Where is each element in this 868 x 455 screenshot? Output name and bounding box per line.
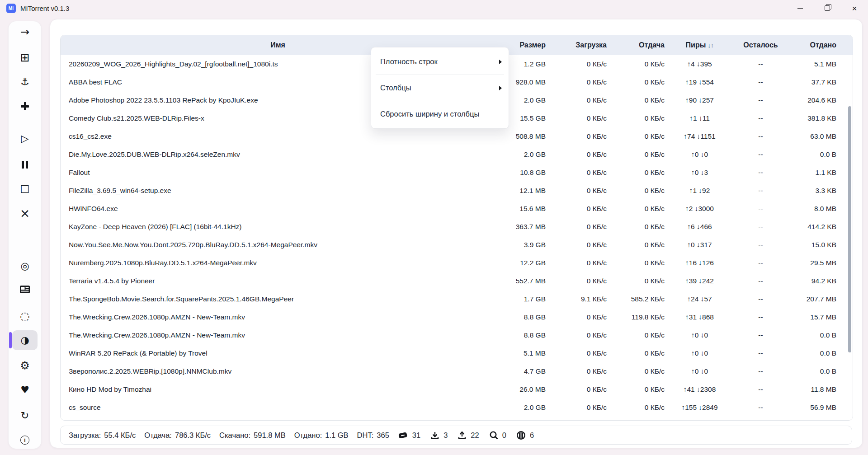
counter-value: 31 [412, 431, 420, 440]
cell-up: 0 КБ/с [607, 403, 665, 412]
status-label: Отдано: [294, 431, 322, 440]
cell-up: 0 КБ/с [607, 223, 665, 231]
cell-left: -- [735, 259, 787, 267]
cell-up: 0 КБ/с [607, 259, 665, 267]
status-stat-1: Отдача:786.3 КБ/с [144, 431, 211, 440]
column-header-down[interactable]: Загрузка [546, 41, 607, 49]
sidebar-item-news[interactable] [12, 281, 38, 300]
sidebar-item-theme-contrast[interactable]: ◑ [12, 330, 38, 350]
sidebar-item-target[interactable]: ◎ [12, 256, 38, 276]
cell-peers: ↑31 ↓868 [665, 313, 735, 321]
app-logo-icon: MI [6, 4, 16, 13]
cell-down: 9.1 КБ/с [546, 295, 607, 303]
sidebar-item-heart[interactable]: ♥ [12, 380, 38, 400]
cell-up: 0 КБ/с [607, 60, 665, 68]
cell-peers: ↑1 ↓11 [665, 114, 735, 122]
status-value: 1.1 GB [325, 431, 348, 440]
cell-size: 4.7 GB [487, 367, 546, 375]
settings-icon: ⚙ [20, 360, 30, 371]
cell-down: 0 КБ/с [546, 277, 607, 285]
minimize-button[interactable] [787, 0, 814, 16]
table-row[interactable]: The.Wrecking.Crew.2026.1080p.AMZN - New-… [61, 326, 853, 344]
restore-button[interactable] [814, 0, 841, 16]
cell-down: 0 КБ/с [546, 241, 607, 249]
cell-size: 3.9 GB [487, 241, 546, 249]
table-row[interactable]: Fallout10.8 GB0 КБ/с0 КБ/с↑0 ↓3--1.1 KB [61, 164, 853, 182]
cell-size: 8.8 GB [487, 331, 546, 339]
cell-name: Nuremberg.2025.1080p.BluRay.DD.5.1.x264-… [69, 259, 487, 267]
counter-value: 3 [443, 431, 448, 440]
cell-up: 0 КБ/с [607, 114, 665, 122]
table-row[interactable]: The.SpongeBob.Movie.Search.for.SquarePan… [61, 290, 853, 308]
cell-done: 204.6 KB [787, 96, 836, 104]
news-icon [19, 285, 30, 296]
cell-down: 0 КБ/с [546, 78, 607, 86]
status-stat-4: DHT:365 [357, 431, 389, 440]
minimize-icon [797, 8, 803, 9]
refresh-icon: ↻ [21, 411, 29, 421]
table-row[interactable]: HWiNFO64.exe15.6 MB0 КБ/с0 КБ/с↑2 ↓3000-… [61, 200, 853, 218]
table-row[interactable]: Кино HD Mod by Timozhai26.0 MB0 КБ/с0 КБ… [61, 380, 853, 399]
table-row[interactable]: KayZone - Deep Heaven (2026) [FLAC] (16b… [61, 218, 853, 236]
cell-up: 0 КБ/с [607, 385, 665, 394]
cell-up: 0 КБ/с [607, 150, 665, 159]
context-menu-item-2[interactable]: Столбцы [371, 75, 509, 101]
cell-down: 0 КБ/с [546, 313, 607, 321]
table-row[interactable]: Terraria v1.4.5.4 by Pioneer552.7 MB0 КБ… [61, 272, 853, 290]
counter-value: 6 [530, 431, 534, 440]
table-row[interactable]: cs16_cs2.exe508.8 MB0 КБ/с0 КБ/с↑74 ↓115… [61, 127, 853, 145]
menu-item-label: Сбросить ширину и столбцы [380, 110, 479, 118]
tags-icon [398, 431, 408, 439]
cell-done: 0.0 B [787, 331, 836, 339]
sidebar-item-play[interactable]: ▷ [12, 129, 38, 149]
sidebar-item-stop[interactable]: □ [12, 178, 38, 198]
sidebar-item-grid[interactable]: ⊞ [12, 47, 38, 67]
cell-peers: ↑4 ↓395 [665, 60, 735, 68]
column-header-done[interactable]: Отдано [787, 41, 836, 49]
cell-peers: ↑90 ↓257 [665, 96, 735, 104]
table-row[interactable]: FileZilla_3.69.5_win64-setup.exe12.1 MB0… [61, 182, 853, 200]
cell-done: 0.0 B [787, 367, 836, 375]
sidebar-item-refresh[interactable]: ↻ [12, 406, 38, 426]
active-indicator [9, 332, 12, 348]
column-header-left[interactable]: Осталось [735, 41, 787, 49]
sidebar-item-info[interactable]: i [12, 430, 38, 450]
column-header-up[interactable]: Отдача [607, 41, 665, 49]
cell-left: -- [735, 277, 787, 285]
cell-size: 2.0 GB [487, 403, 546, 412]
vertical-scrollbar[interactable] [848, 106, 851, 352]
status-bar: Загрузка:55.4 КБ/сОтдача:786.3 КБ/сСкача… [60, 426, 852, 445]
cell-done: 11.8 MB [787, 385, 836, 394]
table-row[interactable]: The.Wrecking.Crew.2026.1080p.AMZN - New-… [61, 308, 853, 326]
table-row[interactable]: Die.My.Love.2025.DUB.WEB-DLRip.x264.sele… [61, 145, 853, 164]
table-row[interactable]: Nuremberg.2025.1080p.BluRay.DD.5.1.x264-… [61, 254, 853, 272]
cell-size: 1.7 GB [487, 295, 546, 303]
status-stat-3: Отдано:1.1 GB [294, 431, 349, 440]
context-menu-item-1[interactable]: Плотность строк [371, 49, 509, 75]
column-header-peers[interactable]: Пиры↓↑ [665, 41, 735, 49]
cell-size: 8.8 GB [487, 313, 546, 321]
menu-item-label: Плотность строк [380, 57, 438, 66]
close-button[interactable]: × [841, 0, 868, 16]
cell-left: -- [735, 331, 787, 339]
sidebar: →⊞⚓▷□×◎◌◑⚙♥↻i [8, 21, 42, 449]
sidebar-item-add[interactable] [12, 96, 38, 116]
status-stat-2: Скачано:591.8 MB [219, 431, 286, 440]
cell-left: -- [735, 169, 787, 177]
cell-up: 0 КБ/с [607, 96, 665, 104]
cell-done: 1.1 KB [787, 169, 836, 177]
table-row[interactable]: cs_source2.0 GB0 КБ/с0 КБ/с↑155 ↓2849--5… [61, 399, 853, 417]
context-menu-item-3[interactable]: Сбросить ширину и столбцы [371, 101, 509, 127]
sidebar-item-pause[interactable] [12, 155, 38, 174]
sidebar-item-arrow-right[interactable]: → [12, 22, 38, 42]
sidebar-item-dotted-circle[interactable]: ◌ [12, 306, 38, 326]
cell-left: -- [735, 205, 787, 213]
pieces-icon [516, 431, 526, 440]
sidebar-item-settings[interactable]: ⚙ [12, 356, 38, 375]
sidebar-item-anchor[interactable]: ⚓ [12, 72, 38, 92]
table-row[interactable]: WinRAR 5.20 RePack (& Portable) by Trove… [61, 344, 853, 362]
sidebar-item-remove[interactable]: × [12, 203, 38, 223]
table-row[interactable]: Now.You.See.Me.Now.You.Dont.2025.720p.Bl… [61, 236, 853, 254]
search-icon [489, 431, 498, 440]
table-row[interactable]: Зверополис.2.2025.WEBRip.[1080p].NNMClub… [61, 362, 853, 380]
